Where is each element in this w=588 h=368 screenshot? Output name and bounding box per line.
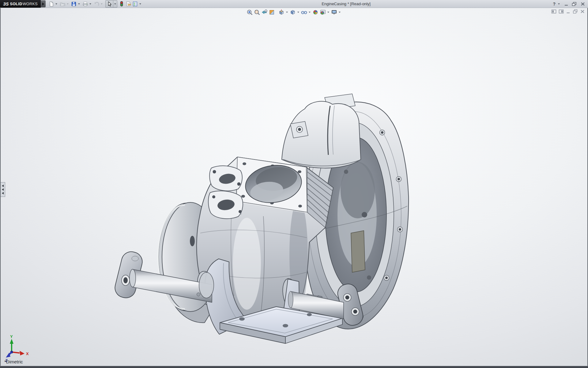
triad-y-label: Y — [10, 334, 13, 339]
print-button[interactable] — [82, 1, 89, 7]
save-button[interactable] — [70, 1, 77, 7]
window-bottom-border — [0, 366, 588, 368]
view-settings-icon — [331, 9, 337, 15]
save-dropdown[interactable] — [77, 1, 81, 7]
brand-works: WORKS — [23, 2, 38, 6]
solidworks-window: { "window": { "title": "EngineCasing * [… — [0, 0, 588, 368]
close-button[interactable] — [579, 2, 586, 6]
document-window-controls — [551, 9, 585, 14]
minimize-button[interactable] — [563, 2, 570, 6]
section-view-button[interactable] — [268, 9, 276, 16]
edit-appearance-icon — [312, 9, 319, 15]
window-controls: ? — [552, 0, 586, 8]
rebuild-button[interactable] — [118, 1, 125, 7]
triad-x-label: X — [26, 351, 29, 356]
apply-scene-dropdown[interactable] — [326, 9, 330, 16]
collapse-arrow-icon — [2, 185, 4, 187]
zoom-to-area-icon — [254, 9, 261, 15]
collapse-arrow-icon — [2, 192, 4, 194]
view-settings-button[interactable] — [330, 9, 338, 16]
previous-view-button[interactable] — [261, 9, 268, 16]
zoom-to-area-button[interactable] — [254, 9, 261, 16]
collapse-arrow-icon — [2, 188, 4, 191]
solidworks-logo: ЗS SOLID WORKS — [0, 0, 41, 8]
print-dropdown[interactable] — [89, 1, 92, 7]
previous-view-icon — [261, 9, 268, 15]
new-document-dropdown[interactable] — [55, 1, 58, 7]
view-settings-dropdown[interactable] — [338, 9, 341, 16]
help-dropdown[interactable] — [557, 1, 561, 7]
open-icon — [60, 1, 66, 7]
save-icon — [71, 1, 77, 7]
select-button[interactable] — [106, 1, 113, 7]
view-orientation-icon — [278, 9, 285, 15]
ds-logo-icon: ЗS — [3, 2, 9, 6]
hide-show-items-dropdown[interactable] — [308, 9, 311, 16]
display-style-button[interactable] — [289, 9, 296, 16]
graphics-area[interactable]: Y X Z — [1, 8, 587, 366]
options-button[interactable] — [132, 1, 138, 7]
select-cursor-icon — [107, 1, 112, 7]
window-title: EngineCasing * [Read-only] — [322, 0, 371, 8]
undo-button[interactable] — [93, 1, 100, 7]
menu-expand-arrow-icon — [42, 2, 44, 6]
document-minimize-button[interactable] — [566, 9, 571, 14]
select-dropdown[interactable] — [113, 1, 117, 7]
file-properties-button[interactable] — [125, 1, 132, 7]
select-tool-group — [105, 0, 117, 8]
window-left-border — [0, 8, 1, 366]
apply-scene-icon — [319, 9, 326, 15]
view-orientation-dropdown[interactable] — [285, 9, 288, 16]
section-view-icon — [269, 9, 275, 15]
hide-show-items-glasses-icon — [301, 9, 307, 15]
new-document-icon — [48, 1, 54, 7]
open-button[interactable] — [59, 1, 66, 7]
help-button[interactable]: ? — [552, 2, 556, 6]
hide-show-items-button[interactable] — [300, 9, 308, 16]
rebuild-traffic-light-icon — [119, 1, 124, 7]
document-restore-button[interactable] — [573, 9, 578, 14]
display-style-icon — [289, 9, 296, 15]
pane-left-button[interactable] — [551, 9, 556, 14]
restore-button[interactable] — [571, 2, 578, 6]
undo-icon — [94, 1, 100, 7]
featuremanager-collapsed-tab[interactable] — [1, 182, 5, 197]
options-icon — [132, 1, 138, 7]
file-properties-icon — [126, 1, 131, 7]
open-dropdown[interactable] — [66, 1, 70, 7]
edit-appearance-button[interactable] — [312, 9, 319, 16]
headsup-view-toolbar — [246, 9, 342, 16]
standard-toolbar — [48, 0, 143, 8]
display-style-dropdown[interactable] — [296, 9, 300, 16]
print-icon — [82, 1, 88, 7]
new-document-button[interactable] — [48, 1, 55, 7]
view-orientation-button[interactable] — [278, 9, 285, 16]
zoom-to-fit-icon — [247, 9, 253, 15]
document-close-button[interactable] — [580, 9, 585, 14]
apply-scene-button[interactable] — [319, 9, 326, 16]
pane-right-button[interactable] — [559, 9, 564, 14]
brand-solid: SOLID — [10, 2, 22, 6]
options-dropdown[interactable] — [138, 1, 142, 7]
undo-dropdown[interactable] — [100, 1, 104, 7]
title-bar: ЗS SOLID WORKS — [0, 0, 588, 8]
zoom-to-fit-button[interactable] — [246, 9, 254, 16]
engine-casing-model[interactable]: Y X Z — [1, 8, 587, 366]
view-orientation-label: *Dimetric — [4, 359, 23, 364]
menu-expand-tab[interactable] — [41, 0, 46, 7]
